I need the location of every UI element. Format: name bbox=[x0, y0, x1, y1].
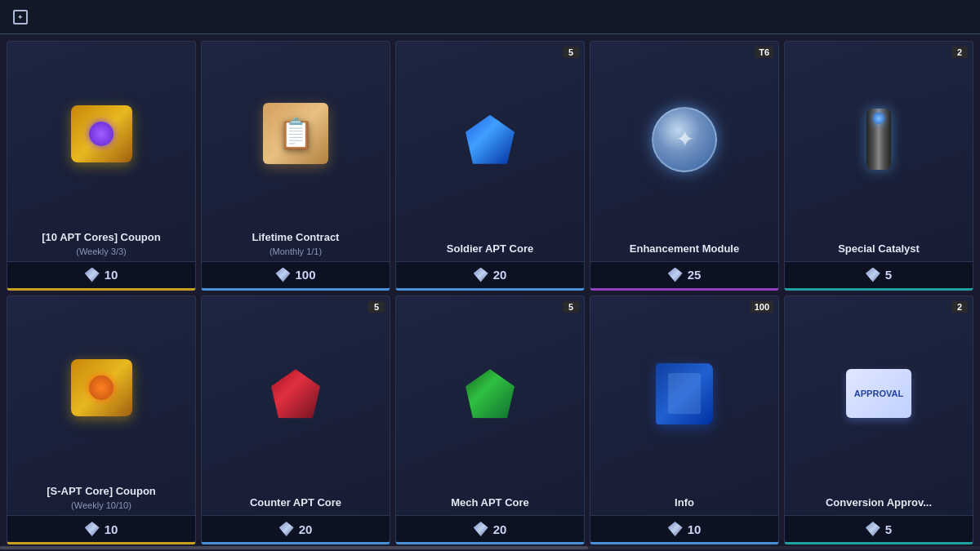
currency-icon bbox=[85, 268, 100, 282]
price-value: 100 bbox=[295, 268, 315, 282]
currency-icon bbox=[85, 522, 100, 536]
item-grid: [10 APT Cores] Coupon (Weekly 3/3) 10 Li… bbox=[0, 34, 980, 551]
info-bar: ✦ bbox=[0, 0, 980, 34]
item-image-area: 5 bbox=[396, 42, 584, 238]
item-price: 20 bbox=[396, 515, 584, 542]
item-info: Counter APT Core bbox=[202, 491, 390, 515]
currency-icon bbox=[474, 522, 488, 536]
currency-icon bbox=[668, 268, 683, 282]
item-visual-soldier bbox=[453, 103, 527, 176]
item-name: Soldier APT Core bbox=[399, 242, 581, 256]
item-quantity-tag: 100 bbox=[751, 301, 773, 313]
item-visual-apt-coupon bbox=[65, 97, 138, 171]
item-price: 5 bbox=[785, 261, 973, 288]
item-name: Special Catalyst bbox=[788, 242, 969, 256]
item-price: 25 bbox=[590, 261, 778, 288]
item-name: Counter APT Core bbox=[205, 496, 386, 510]
item-visual-catalyst bbox=[842, 103, 915, 176]
item-info: Info bbox=[590, 491, 778, 515]
item-name: Mech APT Core bbox=[399, 496, 581, 510]
item-visual-mech bbox=[453, 357, 527, 430]
item-sub: (Monthly 1/1) bbox=[205, 247, 386, 256]
item-name: [S-APT Core] Coupon bbox=[11, 485, 192, 499]
item-quantity-tag: 5 bbox=[563, 301, 579, 313]
scrollbar-thumb[interactable] bbox=[0, 546, 588, 549]
currency-icon bbox=[668, 522, 683, 536]
item-visual-lifetime bbox=[259, 97, 332, 171]
item-info: [10 APT Cores] Coupon (Weekly 3/3) bbox=[7, 226, 195, 261]
item-sub: (Weekly 3/3) bbox=[11, 247, 192, 256]
currency-icon bbox=[866, 268, 880, 282]
item-price: 10 bbox=[590, 515, 778, 542]
item-card-special-catalyst[interactable]: 2 Special Catalyst 5 bbox=[784, 41, 973, 291]
item-card-conversion-approval[interactable]: 2 APPROVAL Conversion Approv... 5 bbox=[784, 295, 973, 545]
item-price: 20 bbox=[396, 261, 584, 288]
currency-icon bbox=[279, 522, 294, 536]
item-quantity-tag: 5 bbox=[563, 47, 579, 58]
item-image-area bbox=[7, 296, 195, 481]
item-price: 20 bbox=[202, 515, 390, 542]
price-value: 10 bbox=[688, 522, 702, 536]
price-value: 5 bbox=[885, 522, 892, 536]
item-visual-counter bbox=[259, 357, 332, 430]
item-info: [S-APT Core] Coupon (Weekly 10/10) bbox=[7, 480, 195, 515]
scrollbar[interactable] bbox=[0, 546, 980, 549]
item-name: Enhancement Module bbox=[594, 242, 775, 256]
item-price: 5 bbox=[785, 515, 973, 542]
item-image-area: T6 bbox=[590, 42, 778, 238]
item-image-area: 100 bbox=[590, 296, 778, 492]
price-value: 10 bbox=[105, 522, 118, 536]
item-info: Special Catalyst bbox=[785, 238, 973, 261]
item-name: Lifetime Contract bbox=[205, 231, 386, 245]
item-price: 100 bbox=[202, 261, 390, 288]
item-price: 10 bbox=[7, 515, 195, 542]
item-info: Soldier APT Core bbox=[396, 238, 584, 261]
item-visual-sapt-coupon bbox=[65, 351, 138, 424]
item-image-area: 5 bbox=[202, 296, 390, 492]
item-image-area: 2 bbox=[785, 42, 973, 238]
item-quantity-tag: T6 bbox=[755, 47, 773, 58]
currency-icon bbox=[866, 522, 880, 536]
item-card-info[interactable]: 100 Info 10 bbox=[590, 295, 779, 545]
currency-icon bbox=[474, 268, 488, 282]
item-name: [10 APT Cores] Coupon bbox=[11, 231, 192, 245]
item-visual-enhancement bbox=[648, 103, 721, 176]
info-icon: ✦ bbox=[13, 10, 28, 24]
item-name: Conversion Approv... bbox=[788, 496, 969, 510]
item-info: Conversion Approv... bbox=[785, 491, 973, 515]
item-card-sapt-coupon[interactable]: [S-APT Core] Coupon (Weekly 10/10) 10 bbox=[7, 295, 196, 545]
item-card-soldier-apt-core[interactable]: 5 Soldier APT Core 20 bbox=[395, 41, 585, 291]
price-value: 10 bbox=[105, 268, 118, 282]
item-name: Info bbox=[594, 496, 775, 510]
item-image-area: 5 bbox=[396, 296, 584, 492]
item-price: 10 bbox=[7, 261, 195, 288]
item-image-area bbox=[202, 42, 390, 226]
item-info: Lifetime Contract (Monthly 1/1) bbox=[202, 226, 390, 261]
item-card-enhancement-module[interactable]: T6 Enhancement Module 25 bbox=[590, 41, 779, 291]
item-info: Mech APT Core bbox=[396, 491, 584, 515]
item-sub: (Weekly 10/10) bbox=[11, 500, 192, 510]
item-visual-info bbox=[648, 357, 721, 430]
price-value: 25 bbox=[688, 268, 702, 282]
item-quantity-tag: 2 bbox=[951, 47, 968, 58]
item-card-apt-coupon[interactable]: [10 APT Cores] Coupon (Weekly 3/3) 10 bbox=[7, 41, 196, 291]
item-image-area: 2 APPROVAL bbox=[785, 296, 973, 492]
currency-icon bbox=[275, 268, 290, 282]
item-image-area bbox=[7, 42, 195, 226]
price-value: 20 bbox=[493, 268, 507, 282]
price-value: 20 bbox=[299, 522, 313, 536]
item-quantity-tag: 2 bbox=[951, 301, 968, 313]
item-card-counter-apt-core[interactable]: 5 Counter APT Core 20 bbox=[201, 295, 390, 545]
item-card-lifetime-contract[interactable]: Lifetime Contract (Monthly 1/1) 100 bbox=[201, 41, 390, 291]
item-card-mech-apt-core[interactable]: 5 Mech APT Core 20 bbox=[395, 295, 585, 545]
item-visual-conversion: APPROVAL bbox=[842, 357, 915, 430]
item-quantity-tag: 5 bbox=[368, 301, 385, 313]
price-value: 5 bbox=[885, 268, 892, 282]
item-info: Enhancement Module bbox=[590, 238, 778, 261]
price-value: 20 bbox=[493, 522, 507, 536]
